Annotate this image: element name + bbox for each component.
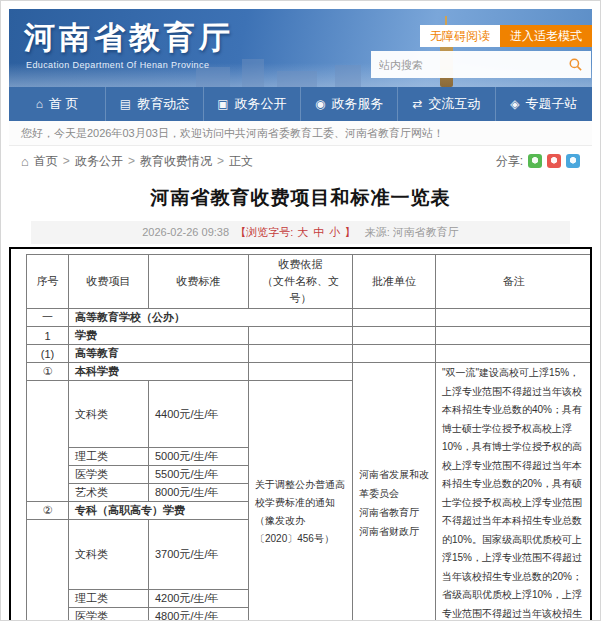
cell-index: 1: [27, 327, 69, 345]
site-banner: 河南省教育厅 Education Department Of Henan Pro…: [9, 9, 592, 87]
cell-empty: [353, 345, 436, 363]
cell-standard: 4400元/生/年: [149, 381, 249, 448]
cell-empty: [436, 309, 593, 327]
breadcrumb-current: 正文: [229, 153, 253, 170]
building-silhouette: [242, 59, 264, 87]
cell-empty: [249, 327, 353, 345]
cell-category: 理工类: [69, 448, 149, 466]
article-meta: 2026-02-26 09:38 【浏览字号: 大 中 小 】 来源: 河南省教…: [31, 221, 570, 244]
cell-approver: 河南省发展和改革委员会 河南省教育厅 河南省财政厅: [353, 363, 436, 621]
page: 河南省教育厅 Education Department Of Henan Pro…: [0, 0, 601, 621]
cell-standard: 8000元/生/年: [149, 484, 249, 502]
font-size-large-button[interactable]: 大: [296, 226, 309, 238]
header-basis: 收费依据 （文件名称、文号）: [249, 255, 353, 309]
site-subtitle: Education Department Of Henan Province: [26, 60, 209, 70]
breadcrumb-separator: >: [63, 154, 70, 168]
table-row-section: 一 高等教育学校（公办）: [27, 309, 593, 327]
font-size-suffix: 】: [344, 226, 355, 238]
nav-item-home[interactable]: ⌂ 首 页: [9, 87, 105, 121]
cell-empty: [249, 363, 353, 381]
header-index: 序号: [27, 255, 69, 309]
site-title: 河南省教育厅: [24, 17, 234, 59]
breadcrumb-separator: >: [128, 154, 135, 168]
share-bar: 分享:: [496, 153, 580, 170]
banner-buttons: 无障碍阅读 进入适老模式: [420, 25, 592, 47]
header-approver: 批准单位: [353, 255, 436, 309]
greeting-bar: 您好，今天是2026年03月03日，欢迎访问中共河南省委教育工委、河南省教育厅网…: [9, 121, 592, 146]
publish-date: 2026-02-26 09:38: [142, 226, 229, 238]
cell-empty: [27, 381, 69, 502]
article-content-box: 序号 收费项目 收费标准 收费依据 （文件名称、文号） 批准单位 备注 一 高等…: [9, 247, 592, 621]
font-size-small-button[interactable]: 小: [328, 226, 341, 238]
cell-standard: 4800元/生/年: [149, 607, 249, 621]
site-search: [371, 51, 591, 78]
nav-label: 教育动态: [137, 95, 189, 113]
cell-basis: 关于调整公办普通高校学费标准的通知（豫发改办〔2020〕456号）: [249, 381, 353, 621]
font-size-medium-button[interactable]: 中: [312, 226, 325, 238]
cell-item: 本科学费: [69, 363, 249, 381]
cell-index: (1): [27, 345, 69, 363]
header-standard: 收费标准: [149, 255, 249, 309]
home-icon: ⌂: [36, 97, 43, 111]
cell-category: 医学类: [69, 466, 149, 484]
header-remark: 备注: [436, 255, 593, 309]
breadcrumb-gov-disclosure[interactable]: 政务公开: [75, 153, 123, 170]
wechat-share-icon[interactable]: [528, 154, 542, 168]
cell-standard: 5500元/生/年: [149, 466, 249, 484]
cell-index: 一: [27, 309, 69, 327]
table-row-undergrad: ① 本科学费 河南省发展和改革委员会 河南省教育厅 河南省财政厅 "双一流"建设…: [27, 363, 593, 381]
cell-empty: [436, 345, 593, 363]
cell-index: ①: [27, 363, 69, 381]
weibo-share-icon[interactable]: [547, 154, 561, 168]
cell-category: 艺术类: [69, 484, 149, 502]
nav-item-gov-disclosure[interactable]: ▣ 政务公开: [203, 87, 300, 121]
page-title: 河南省教育收费项目和标准一览表: [1, 185, 600, 211]
nav-label: 交流互动: [429, 95, 481, 113]
main-nav: ⌂ 首 页 ▤ 教育动态 ▣ 政务公开 ◉ 政务服务 ⇄ 交流互动 ◈ 专题子站: [9, 87, 592, 121]
cell-standard: 4200元/生/年: [149, 589, 249, 607]
header-item: 收费项目: [69, 255, 149, 309]
cell-standard: 5000元/生/年: [149, 448, 249, 466]
cell-category: 文科类: [69, 381, 149, 448]
nav-item-gov-service[interactable]: ◉ 政务服务: [300, 87, 397, 121]
cell-item: 专科（高职高专）学费: [69, 502, 249, 520]
qq-share-icon[interactable]: [566, 154, 580, 168]
cell-standard: 3700元/生/年: [149, 520, 249, 589]
accessibility-button[interactable]: 无障碍阅读: [420, 25, 500, 47]
breadcrumb-row: ⌂ 首页 > 政务公开 > 教育收费情况 > 正文 分享:: [9, 148, 592, 174]
nav-label: 专题子站: [525, 95, 577, 113]
share-label: 分享:: [496, 153, 523, 170]
disclosure-icon: ▣: [217, 97, 228, 111]
building-silhouette: [196, 67, 230, 87]
cell-empty: [353, 309, 436, 327]
fee-table: 序号 收费项目 收费标准 收费依据 （文件名称、文号） 批准单位 备注 一 高等…: [26, 254, 592, 621]
cell-category: 医学类: [69, 607, 149, 621]
home-icon: ⌂: [21, 154, 29, 169]
table-row-tuition: 1 学费: [27, 327, 593, 345]
elder-mode-button[interactable]: 进入适老模式: [500, 25, 592, 47]
cell-remark: "双一流"建设高校可上浮15%，上浮专业范围不得超过当年该校本科招生专业总数的4…: [436, 363, 593, 621]
table-header-row: 序号 收费项目 收费标准 收费依据 （文件名称、文号） 批准单位 备注: [27, 255, 593, 309]
cell-category: 理工类: [69, 589, 149, 607]
cell-item: 高等教育: [69, 345, 249, 363]
building-silhouette: [335, 65, 361, 87]
cell-empty: [353, 327, 436, 345]
nav-item-edu-news[interactable]: ▤ 教育动态: [105, 87, 202, 121]
nav-label: 政务服务: [331, 95, 383, 113]
cell-index: ②: [27, 502, 69, 520]
cell-category: 文科类: [69, 520, 149, 589]
cell-empty: [249, 345, 353, 363]
cell-empty: [27, 520, 69, 621]
breadcrumb-fee-info[interactable]: 教育收费情况: [140, 153, 212, 170]
search-input[interactable]: [379, 59, 568, 71]
table-row-higher-ed: (1) 高等教育: [27, 345, 593, 363]
breadcrumb-home[interactable]: 首页: [34, 153, 58, 170]
cell-item: 高等教育学校（公办）: [69, 309, 353, 327]
search-icon[interactable]: [568, 57, 583, 72]
nav-item-interaction[interactable]: ⇄ 交流互动: [397, 87, 494, 121]
cell-item: 学费: [69, 327, 249, 345]
news-icon: ▤: [120, 97, 131, 111]
subsite-icon: ◈: [510, 97, 519, 111]
nav-item-subsites[interactable]: ◈ 专题子站: [495, 87, 592, 121]
breadcrumb-separator: >: [217, 154, 224, 168]
